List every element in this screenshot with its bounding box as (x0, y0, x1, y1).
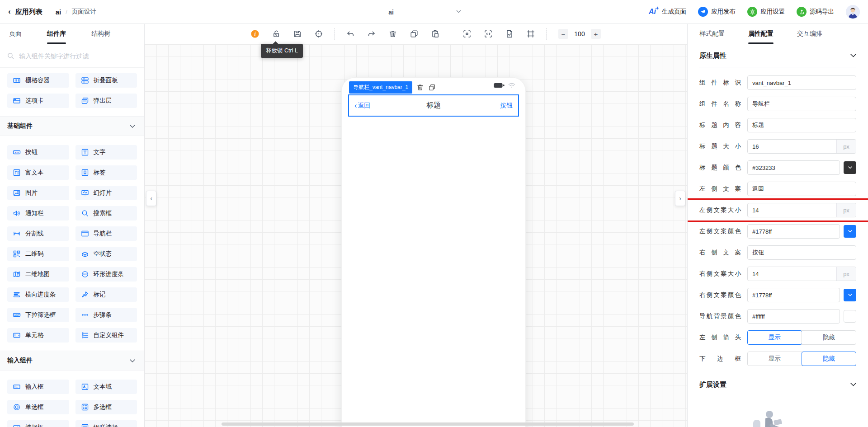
field-input[interactable] (748, 140, 836, 153)
component-item-checkbox[interactable]: 多选框 (75, 400, 137, 414)
native-props-section-header[interactable]: 原生属性 (699, 44, 856, 67)
component-item-button[interactable]: BTN按钮 (7, 145, 69, 160)
color-swatch[interactable] (844, 161, 856, 174)
avatar[interactable] (846, 5, 860, 19)
component-item-search[interactable]: 搜索框 (75, 206, 137, 221)
target-button[interactable] (313, 28, 325, 40)
back-icon[interactable]: ‹ (8, 7, 11, 16)
component-item-hbar[interactable]: 横向进度条 (7, 287, 69, 302)
component-item-cascade[interactable]: 级联选择 (75, 420, 137, 427)
collapse-panel-handle[interactable]: › (675, 191, 685, 206)
navbar-component[interactable]: ‹ 返回 标题 按钮 (348, 94, 519, 117)
component-list: 栅格容器折叠面板选项卡弹出层基础组件BTN按钮文字富文本标签图片幻灯片通知栏搜索… (0, 68, 144, 427)
collapse-sidebar-handle[interactable]: ‹ (146, 191, 156, 206)
preview-scan-button[interactable] (461, 28, 473, 40)
color-input[interactable] (748, 225, 840, 238)
component-item-steps[interactable]: 步骤条 (75, 308, 137, 322)
color-input[interactable] (748, 288, 840, 302)
component-item-notice[interactable]: 通知栏 (7, 206, 69, 221)
panel-tab-2[interactable]: 交互编排 (797, 24, 822, 44)
toggle-option[interactable]: 隐藏 (802, 352, 856, 366)
component-section-header[interactable]: 基础组件 (0, 116, 144, 136)
zoom-out-button[interactable]: − (558, 29, 568, 39)
component-item-text[interactable]: 文字 (75, 145, 137, 160)
copy-button[interactable] (408, 28, 420, 40)
field-input[interactable] (748, 267, 836, 281)
component-item-divider[interactable]: 分割线 (7, 226, 69, 241)
component-item-richtext[interactable]: 富文本 (7, 165, 69, 180)
undo-button[interactable] (344, 28, 356, 40)
redo-button[interactable] (366, 28, 377, 40)
field-input[interactable] (748, 76, 856, 89)
sidebar-tab-1[interactable]: 组件库 (47, 24, 66, 44)
page-select-dropdown[interactable]: ai (316, 0, 466, 24)
save-button[interactable] (292, 28, 303, 40)
component-item-tabs[interactable]: 选项卡 (7, 94, 69, 108)
navbar-right-text[interactable]: 按钮 (500, 102, 513, 110)
frame-button[interactable] (525, 28, 537, 40)
action-ai-logo[interactable]: Ai生成页面 (649, 8, 686, 16)
color-input[interactable] (748, 161, 840, 174)
extension-section-header[interactable]: 扩展设置 (699, 373, 856, 396)
field-input[interactable] (748, 97, 856, 111)
toggle-option[interactable]: 隐藏 (802, 331, 856, 344)
zoom-in-button[interactable]: + (591, 29, 601, 39)
component-item-custom[interactable]: 自定义组件 (75, 328, 137, 343)
component-item-empty[interactable]: 空状态 (75, 247, 137, 261)
component-item-cell[interactable]: 单元格 (7, 328, 69, 343)
paste-button[interactable] (429, 28, 441, 40)
search-input[interactable] (18, 52, 137, 60)
navbar-left-text[interactable]: ‹ 返回 (354, 102, 370, 110)
component-item-ring[interactable]: 100%环形进度条 (75, 267, 137, 282)
code-scan-button[interactable] (482, 28, 494, 40)
delete-button[interactable] (387, 28, 399, 40)
copy-component-button[interactable] (428, 84, 436, 91)
component-item-collapse[interactable]: 折叠面板 (75, 73, 137, 88)
field-input[interactable] (748, 118, 856, 132)
sidebar-tab-0[interactable]: 页面 (9, 24, 22, 44)
component-section-header[interactable]: 输入组件 (0, 351, 144, 371)
component-item-marker[interactable]: 标记 (75, 287, 137, 302)
component-item-grid[interactable]: 栅格容器 (7, 73, 69, 88)
toggle-option[interactable]: 显示 (748, 331, 802, 344)
action-export[interactable]: 源码导出 (797, 7, 834, 17)
page-check-button[interactable] (504, 28, 515, 40)
design-canvas[interactable]: 导航栏_vant_navbar_1 ‹ 返回 标题 按钮 ‹ › (145, 44, 687, 427)
component-item-radio[interactable]: 单选框 (7, 400, 69, 414)
panel-tab-1[interactable]: 属性配置 (748, 24, 774, 44)
info-button[interactable]: i (249, 28, 261, 40)
color-swatch[interactable] (844, 225, 856, 238)
component-item-textarea[interactable]: 文本域 (75, 380, 137, 394)
qrcode-icon (13, 250, 21, 258)
unlock-button[interactable]: 释放锁 Ctrl L (270, 28, 282, 40)
component-item-navbar[interactable]: 导航栏 (75, 226, 137, 241)
component-item-select[interactable]: 选择框 (7, 420, 69, 427)
svg-text:100%: 100% (83, 273, 87, 275)
component-label: 二维地图 (25, 270, 50, 278)
sidebar-tab-2[interactable]: 结构树 (91, 24, 110, 44)
field-input[interactable] (748, 246, 856, 259)
field-input[interactable] (748, 203, 836, 217)
action-publish[interactable]: 应用发布 (698, 7, 736, 17)
panel-tab-0[interactable]: 样式配置 (699, 24, 725, 44)
action-label: 应用发布 (711, 8, 736, 16)
field-input[interactable] (748, 182, 856, 196)
component-item-image[interactable]: 图片 (7, 186, 69, 200)
component-item-map[interactable]: 二维地图 (7, 267, 69, 282)
color-swatch[interactable] (844, 289, 856, 301)
color-swatch[interactable] (844, 310, 856, 323)
delete-component-button[interactable] (416, 84, 424, 91)
component-item-qrcode[interactable]: 二维码 (7, 247, 69, 261)
toggle-option[interactable]: 显示 (748, 352, 802, 366)
horizontal-scrollbar[interactable] (222, 422, 634, 426)
component-item-filter[interactable]: BTN下拉筛选框 (7, 308, 69, 322)
color-input[interactable] (748, 310, 840, 323)
component-item-popup[interactable]: 弹出层 (75, 94, 137, 108)
component-item-slideshow[interactable]: 幻灯片 (75, 186, 137, 200)
breadcrumb-app-name[interactable]: ai (56, 8, 61, 16)
component-item-input[interactable]: 1输入框 (7, 380, 69, 394)
action-settings[interactable]: 应用设置 (747, 7, 785, 17)
breadcrumb-app-list[interactable]: 应用列表 (15, 8, 42, 16)
search-icon (7, 52, 14, 59)
component-item-tag[interactable]: 标签 (75, 165, 137, 180)
